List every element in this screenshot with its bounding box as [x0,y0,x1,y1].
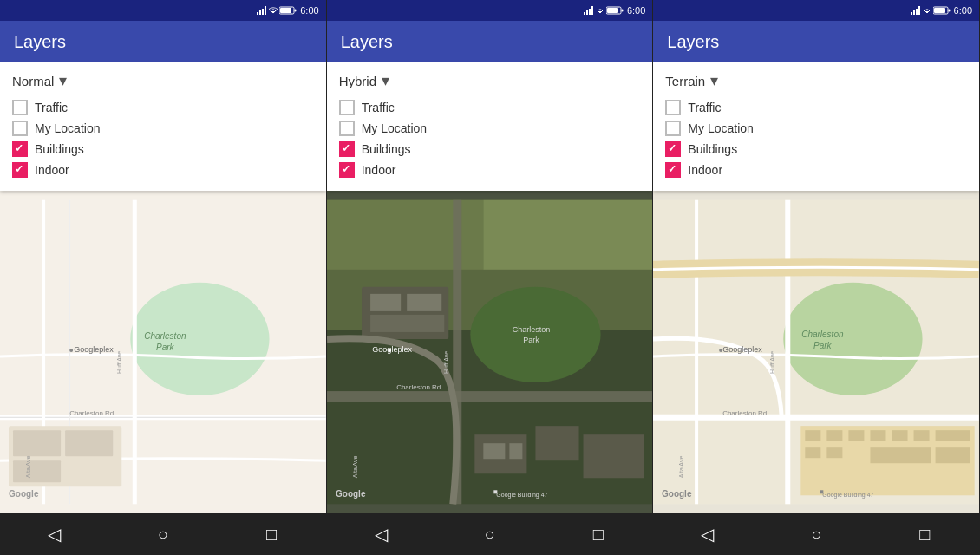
map-type-select-3[interactable]: Terrain ▾ [665,71,718,90]
map-area-1[interactable]: Charleston Park Googleplex Charleston Rd… [0,191,326,513]
status-bar-1: 6:00 [0,0,326,21]
checkbox-indoor-3[interactable] [665,162,681,178]
svg-rect-30 [621,10,623,12]
map-type-row-1[interactable]: Normal ▾ [12,71,314,90]
recent-button-2[interactable]: □ [581,517,616,552]
home-button-1[interactable]: ○ [146,517,180,552]
map-type-row-3[interactable]: Terrain ▾ [665,71,967,90]
svg-marker-27 [589,9,591,15]
svg-rect-16 [13,460,61,482]
layer-buildings-label-1: Buildings [35,142,84,156]
map-normal-1[interactable]: Charleston Park Googleplex Charleston Rd… [0,191,326,513]
back-button-2[interactable]: ◁ [363,517,398,552]
svg-text:Park: Park [523,336,539,344]
status-icons-3 [911,6,951,15]
layer-traffic-3[interactable]: Traffic [665,97,967,118]
svg-rect-71 [806,430,821,441]
layer-buildings-3[interactable]: Buildings [665,139,967,160]
checkbox-location-3[interactable] [665,121,681,136]
map-type-select-1[interactable]: Normal ▾ [12,71,67,90]
status-bar-3: 6:00 [653,0,979,21]
layer-indoor-1[interactable]: Indoor [12,160,314,180]
checkbox-indoor-2[interactable] [339,162,355,178]
svg-text:Huff Ave: Huff Ave [770,351,776,374]
checkbox-location-2[interactable] [339,121,355,136]
svg-text:Park: Park [813,341,833,350]
svg-text:Googleplex: Googleplex [722,345,762,354]
checkbox-location-1[interactable] [12,121,28,136]
map-type-row-2[interactable]: Hybrid ▾ [339,71,641,90]
layer-traffic-1[interactable]: Traffic [12,97,314,118]
layer-buildings-label-3: Buildings [688,142,737,156]
map-area-2[interactable]: Googleplex Charleston Park Charleston Rd… [327,191,653,513]
dropdown-arrow-1: ▾ [59,71,67,90]
svg-marker-28 [591,6,593,15]
checkbox-traffic-2[interactable] [339,100,355,115]
home-button-3[interactable]: ○ [799,517,833,552]
app-bar-3: Layers [653,21,979,62]
layer-buildings-2[interactable]: Buildings [339,139,641,160]
dropdown-arrow-2: ▾ [382,71,389,90]
battery-icon-3 [933,6,951,15]
recent-button-1[interactable]: □ [254,517,289,552]
status-bar-2: 6:00 [327,0,653,21]
back-button-1[interactable]: ◁ [37,517,72,552]
svg-rect-72 [827,430,843,441]
svg-rect-75 [892,430,908,441]
checkbox-buildings-2[interactable] [339,141,355,157]
checkbox-buildings-1[interactable] [12,141,28,157]
svg-text:Huff Ave: Huff Ave [116,351,122,374]
map-type-select-2[interactable]: Hybrid ▾ [339,71,389,90]
signal-icon-2 [584,6,594,15]
svg-rect-81 [936,447,970,463]
layers-panel-2: Hybrid ▾ Traffic My Location Buildings I… [327,62,653,191]
svg-marker-58 [911,12,912,15]
svg-rect-74 [871,430,886,441]
svg-rect-6 [280,8,291,13]
layer-location-2[interactable]: My Location [339,118,641,139]
app-bar-2: Layers [327,21,653,62]
checkbox-indoor-1[interactable] [12,162,28,178]
svg-marker-59 [913,10,915,15]
svg-rect-77 [936,430,970,441]
map-area-3[interactable]: Charleston Park Googleplex Charleston Rd… [653,191,979,513]
layer-buildings-1[interactable]: Buildings [12,139,314,160]
layer-traffic-label-1: Traffic [35,101,68,114]
svg-rect-15 [65,430,113,456]
svg-marker-25 [584,12,585,15]
svg-point-20 [69,349,73,352]
layer-location-1[interactable]: My Location [12,118,314,139]
layer-traffic-2[interactable]: Traffic [339,97,641,118]
svg-text:Park: Park [156,343,175,352]
status-time-2: 6:00 [627,5,645,16]
status-time-3: 6:00 [954,5,972,16]
svg-marker-2 [262,9,264,15]
panel-hybrid: 6:00 Layers Hybrid ▾ Traffic My Location… [327,0,654,555]
map-svg-hybrid: Googleplex Charleston Park Charleston Rd… [327,191,653,513]
recent-button-3[interactable]: □ [907,517,942,552]
svg-rect-36 [327,391,653,402]
checkbox-buildings-3[interactable] [665,141,681,157]
svg-rect-44 [535,426,578,460]
layer-indoor-2[interactable]: Indoor [339,160,641,180]
checkbox-traffic-1[interactable] [12,100,28,115]
map-terrain-3[interactable]: Charleston Park Googleplex Charleston Rd… [653,191,979,513]
svg-marker-3 [265,6,266,15]
back-button-3[interactable]: ◁ [690,517,725,552]
home-button-2[interactable]: ○ [473,517,507,552]
svg-point-49 [388,349,391,352]
status-icons-1 [257,6,297,15]
checkbox-traffic-3[interactable] [665,100,681,115]
layer-indoor-3[interactable]: Indoor [665,160,967,180]
layer-traffic-label-3: Traffic [688,101,721,114]
svg-rect-56 [493,490,497,493]
svg-rect-35 [483,200,652,270]
svg-rect-46 [483,443,505,459]
layers-panel-1: Normal ▾ Traffic My Location Buildings I… [0,62,326,191]
map-hybrid-2[interactable]: Googleplex Charleston Park Charleston Rd… [327,191,653,513]
layer-location-3[interactable]: My Location [665,118,967,139]
svg-rect-80 [871,447,931,463]
layers-panel-3: Terrain ▾ Traffic My Location Buildings … [653,62,979,191]
svg-text:Google Building 47: Google Building 47 [823,492,874,499]
svg-text:Google: Google [336,489,366,499]
